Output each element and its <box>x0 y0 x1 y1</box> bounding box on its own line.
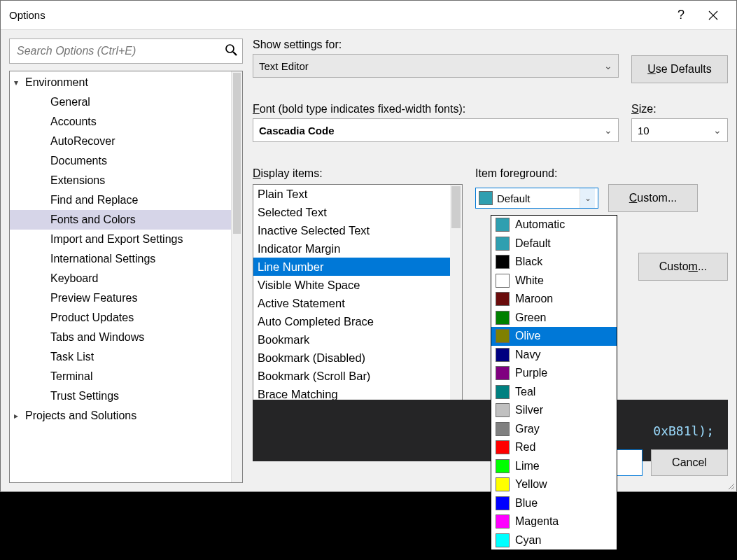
color-option[interactable]: Green <box>491 309 617 328</box>
color-swatch <box>496 366 510 380</box>
search-input[interactable] <box>10 45 220 57</box>
color-swatch <box>496 385 510 399</box>
foreground-swatch <box>479 191 493 205</box>
chevron-down-icon: ⌄ <box>598 60 612 71</box>
show-settings-combo[interactable]: Text Editor ⌄ <box>253 54 619 78</box>
svg-line-4 <box>729 484 734 489</box>
tree-item[interactable]: ▾Environment <box>10 73 231 92</box>
tree-item[interactable]: Fonts and Colors <box>10 210 231 230</box>
color-swatch <box>496 292 510 306</box>
display-item[interactable]: Plain Text <box>253 185 450 203</box>
color-swatch <box>496 311 510 325</box>
color-swatch <box>496 255 510 269</box>
tree-item[interactable]: Trust Settings <box>10 386 231 406</box>
color-option[interactable]: Lime <box>491 457 617 476</box>
color-swatch <box>496 459 510 473</box>
display-item[interactable]: Selected Text <box>253 203 450 221</box>
display-item[interactable]: Inactive Selected Text <box>253 221 450 239</box>
color-option[interactable]: Purple <box>491 364 617 383</box>
color-swatch <box>496 533 510 547</box>
tree-item[interactable]: ▸Projects and Solutions <box>10 406 231 426</box>
chevron-down-icon: ⌄ <box>598 125 612 136</box>
close-icon <box>708 10 718 20</box>
titlebar: Options ? <box>1 1 736 30</box>
color-swatch <box>496 477 510 491</box>
tree-item[interactable]: Keyboard <box>10 269 231 288</box>
custom-foreground-button[interactable]: Custom... <box>608 184 698 212</box>
display-item[interactable]: Visible White Space <box>253 276 450 294</box>
tree-item[interactable]: Documents <box>10 151 231 171</box>
use-defaults-button[interactable]: Use Defaults <box>631 55 728 83</box>
color-option[interactable]: Silver <box>491 401 617 420</box>
color-option[interactable]: Magenta <box>491 512 617 531</box>
color-option[interactable]: Cyan <box>491 531 617 550</box>
color-option[interactable]: Black <box>491 253 617 272</box>
chevron-down-icon: ⌄ <box>580 188 595 208</box>
display-items-list[interactable]: Plain TextSelected TextInactive Selected… <box>253 184 463 415</box>
color-option[interactable]: Olive <box>491 327 617 346</box>
font-combo[interactable]: Cascadia Code ⌄ <box>253 118 619 142</box>
svg-line-3 <box>233 52 237 55</box>
options-dialog: Options ? ▾EnvironmentGeneralAccountsAut… <box>0 0 737 492</box>
display-item[interactable]: Bookmark <box>253 330 450 349</box>
display-vscrollbar[interactable] <box>450 185 462 402</box>
display-items-label: Display items: <box>253 167 463 180</box>
display-item[interactable]: Line Number <box>253 258 450 276</box>
resize-grip[interactable] <box>727 482 735 490</box>
size-label: Size: <box>631 103 728 115</box>
color-swatch <box>496 274 510 288</box>
search-box[interactable] <box>9 38 243 64</box>
color-option[interactable]: Red <box>491 438 617 457</box>
tree-item[interactable]: Accounts <box>10 112 231 132</box>
item-foreground-label: Item foreground: <box>475 167 728 180</box>
color-swatch <box>496 422 510 436</box>
color-swatch <box>496 440 510 454</box>
color-swatch <box>496 348 510 362</box>
color-swatch <box>496 329 510 343</box>
chevron-down-icon: ⌄ <box>708 125 722 136</box>
search-icon <box>220 43 242 59</box>
tree-item[interactable]: Terminal <box>10 367 231 386</box>
color-option[interactable]: Default <box>491 234 617 253</box>
tree-item[interactable]: Tabs and Windows <box>10 328 231 347</box>
tree-item[interactable]: Find and Replace <box>10 190 231 210</box>
tree-item[interactable]: Import and Export Settings <box>10 230 231 249</box>
display-item[interactable]: Bookmark (Disabled) <box>253 349 450 367</box>
item-foreground-combo[interactable]: Default ⌄ <box>475 188 598 209</box>
color-swatch <box>496 218 510 232</box>
color-option[interactable]: Teal <box>491 383 617 402</box>
color-option[interactable]: White <box>491 272 617 290</box>
tree-item[interactable]: Task List <box>10 347 231 367</box>
tree-item[interactable]: General <box>10 92 231 112</box>
show-settings-label: Show settings for: <box>253 38 619 51</box>
custom-background-button[interactable]: Custom... <box>638 253 728 281</box>
left-panel: ▾EnvironmentGeneralAccountsAutoRecoverDo… <box>9 38 243 483</box>
color-swatch <box>496 514 510 528</box>
color-option[interactable]: Maroon <box>491 290 617 309</box>
color-option[interactable]: Gray <box>491 420 617 439</box>
color-swatch <box>496 496 510 510</box>
tree-item[interactable]: Product Updates <box>10 308 231 328</box>
color-option[interactable]: Automatic <box>491 216 617 234</box>
foreground-dropdown[interactable]: AutomaticDefaultBlackWhiteMaroonGreenOli… <box>491 215 617 550</box>
color-option[interactable]: Blue <box>491 494 617 513</box>
display-item[interactable]: Active Statement <box>253 294 450 312</box>
close-button[interactable] <box>697 4 729 27</box>
display-item[interactable]: Bookmark (Scroll Bar) <box>253 367 450 385</box>
display-item[interactable]: Auto Completed Brace <box>253 312 450 330</box>
color-option[interactable]: Navy <box>491 346 617 365</box>
size-combo[interactable]: 10 ⌄ <box>631 118 728 142</box>
display-item[interactable]: Indicator Margin <box>253 239 450 258</box>
tree-item[interactable]: Extensions <box>10 171 231 190</box>
cancel-button[interactable]: Cancel <box>651 449 728 476</box>
tree-item[interactable]: International Settings <box>10 249 231 269</box>
help-button[interactable]: ? <box>665 4 697 27</box>
tree-item[interactable]: Preview Features <box>10 288 231 308</box>
color-swatch <box>496 237 510 251</box>
options-tree: ▾EnvironmentGeneralAccountsAutoRecoverDo… <box>9 71 243 483</box>
color-option[interactable]: Yellow <box>491 475 617 494</box>
window-title: Options <box>8 9 665 21</box>
tree-scrollbar[interactable] <box>231 71 242 482</box>
dialog-body: ▾EnvironmentGeneralAccountsAutoRecoverDo… <box>1 30 736 491</box>
tree-item[interactable]: AutoRecover <box>10 132 231 151</box>
